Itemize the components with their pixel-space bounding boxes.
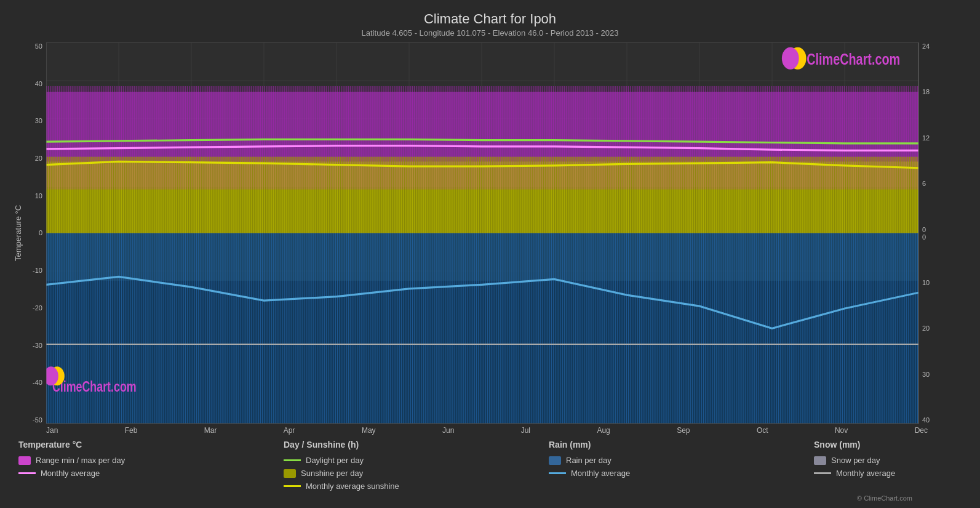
legend-item-daylight: Daylight per day (284, 456, 431, 465)
main-title: Climate Chart for Ipoh (12, 11, 968, 27)
legend-line-sunshine-avg (284, 485, 301, 487)
legend-item-sunshine-day: Sunshine per day (284, 469, 431, 478)
legend-col-temperature: Temperature °C Range min / max per day M… (18, 440, 166, 491)
legend-swatch-rain (549, 456, 561, 465)
title-area: Climate Chart for Ipoh Latitude 4.605 - … (12, 6, 968, 40)
y-left-ticks: 50 40 30 20 10 0 -10 -20 -30 -40 -50 (24, 42, 46, 424)
y-right-bottom-ticks: 0 10 20 30 40 (918, 233, 968, 424)
svg-point-38 (782, 47, 799, 70)
y-axis-left-container: Temperature °C 50 40 30 20 10 0 -10 -20 … (12, 42, 46, 424)
x-tick-apr: Apr (284, 426, 295, 435)
page-container: Climate Chart for Ipoh Latitude 4.605 - … (0, 0, 980, 508)
legend-label-temp-avg: Monthly average (41, 469, 100, 478)
x-tick-jan: Jan (46, 426, 58, 435)
x-tick-nov: Nov (835, 426, 848, 435)
x-tick-dec: Dec (915, 426, 928, 435)
x-tick-oct: Oct (757, 426, 768, 435)
legend-item-snow-day: Snow per day (814, 456, 962, 465)
watermark-bottom-brand: ClimeChart.com (52, 379, 137, 395)
svg-rect-36 (46, 233, 918, 424)
y-axis-right-container: 24 18 12 6 0 0 10 20 30 40 Day / Sunshin… (918, 42, 968, 424)
legend-label-snow-day: Snow per day (831, 456, 880, 465)
legend-label-snow-avg: Monthly average (836, 469, 895, 478)
legend-item-rain-avg: Monthly average (549, 469, 696, 478)
x-tick-jul: Jul (521, 426, 530, 435)
chart-svg: /* generated below */ (46, 42, 918, 424)
legend-label-rain-avg: Monthly average (571, 469, 630, 478)
legend-item-rain-day: Rain per day (549, 456, 696, 465)
legend-label-sunshine-day: Sunshine per day (301, 469, 363, 478)
legend-item-snow-avg: Monthly average (814, 469, 962, 478)
x-tick-feb: Feb (125, 426, 138, 435)
x-tick-jun: Jun (442, 426, 454, 435)
legend-label-rain-day: Rain per day (566, 456, 612, 465)
legend-col-sunshine: Day / Sunshine (h) Daylight per day Suns… (284, 440, 431, 491)
x-tick-mar: Mar (204, 426, 217, 435)
legend-item-temp-avg: Monthly average (18, 469, 166, 478)
legend-area: Temperature °C Range min / max per day M… (12, 435, 968, 493)
svg-rect-34 (46, 161, 918, 233)
legend-title-temp: Temperature °C (18, 440, 166, 450)
legend-item-temp-range: Range min / max per day (18, 456, 166, 465)
y-right-top-ticks: 24 18 12 6 0 (918, 42, 968, 233)
legend-title-rain: Rain (mm) (549, 440, 696, 450)
legend-line-temp-avg (18, 472, 36, 474)
legend-label-temp-range: Range min / max per day (36, 456, 125, 465)
legend-swatch-snow (814, 456, 826, 465)
legend-swatch-sunshine (284, 469, 296, 478)
legend-swatch-temp-range (18, 456, 31, 465)
legend-line-rain-avg (549, 472, 566, 474)
sub-title: Latitude 4.605 - Longitude 101.075 - Ele… (12, 28, 968, 38)
watermark-top-brand: ClimeChart.com (807, 50, 900, 68)
legend-line-snow-avg (814, 472, 831, 474)
legend-title-snow: Snow (mm) (814, 440, 962, 450)
legend-col-rain: Rain (mm) Rain per day Monthly average (549, 440, 696, 491)
legend-line-daylight (284, 459, 301, 461)
y-left-label: Temperature °C (12, 42, 24, 424)
chart-wrapper: Temperature °C 50 40 30 20 10 0 -10 -20 … (12, 42, 968, 424)
legend-col-snow: Snow (mm) Snow per day Monthly average (814, 440, 962, 491)
x-tick-sep: Sep (677, 426, 690, 435)
x-tick-aug: Aug (597, 426, 610, 435)
chart-main: /* generated below */ (46, 42, 918, 424)
x-tick-may: May (362, 426, 376, 435)
legend-title-sunshine: Day / Sunshine (h) (284, 440, 431, 450)
x-axis: Jan Feb Mar Apr May Jun Jul Aug Sep Oct … (46, 424, 928, 435)
legend-label-sunshine-avg: Monthly average sunshine (306, 482, 399, 491)
copyright: © ClimeChart.com (12, 494, 968, 502)
legend-item-sunshine-avg: Monthly average sunshine (284, 482, 431, 491)
legend-label-daylight: Daylight per day (306, 456, 364, 465)
